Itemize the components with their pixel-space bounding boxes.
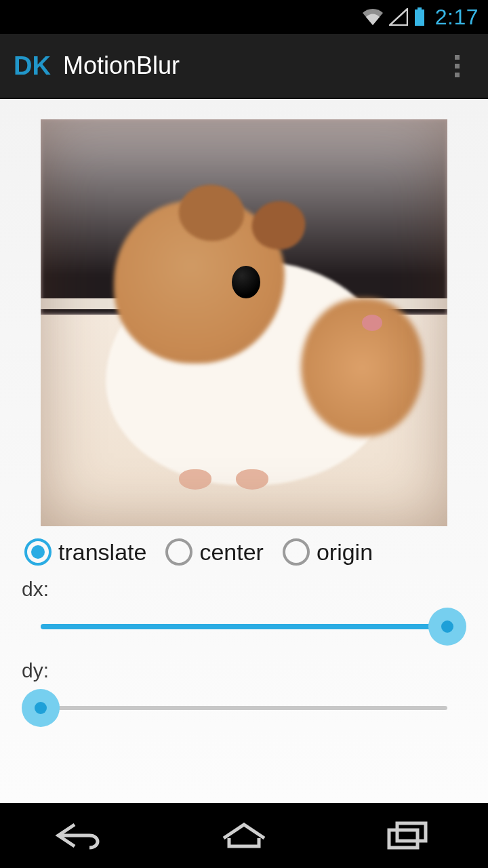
radio-translate[interactable] xyxy=(24,538,52,566)
slider-dy-block: dy: xyxy=(0,647,488,728)
recents-icon xyxy=(385,821,428,850)
svg-rect-3 xyxy=(397,823,426,841)
preview-subject xyxy=(236,469,268,490)
preview-container xyxy=(0,99,488,526)
radio-center-label[interactable]: center xyxy=(199,539,264,566)
app-logo: DK xyxy=(14,52,51,81)
status-bar: 2:17 xyxy=(0,0,488,34)
mode-radio-group: translate center origin xyxy=(0,526,488,566)
slider-track-fill xyxy=(41,624,447,629)
screen: 2:17 DK MotionBlur xyxy=(0,0,488,868)
overflow-dot-icon xyxy=(455,64,460,68)
slider-dx-block: dx: xyxy=(0,566,488,647)
radio-dot-icon xyxy=(172,545,186,559)
nav-back-button[interactable] xyxy=(41,815,122,856)
slider-track xyxy=(41,706,447,710)
preview-subject xyxy=(179,469,211,490)
overflow-menu-button[interactable] xyxy=(443,47,470,85)
preview-image xyxy=(41,119,447,526)
slider-thumb[interactable] xyxy=(428,608,466,646)
slider-dy-label: dy: xyxy=(22,659,466,682)
content-area: translate center origin dx: dy: xyxy=(0,99,488,803)
preview-subject xyxy=(232,266,260,298)
svg-rect-0 xyxy=(415,9,424,26)
radio-dot-icon xyxy=(289,545,303,559)
battery-icon xyxy=(413,7,426,26)
home-icon xyxy=(220,822,268,849)
slider-dx[interactable] xyxy=(22,606,466,647)
preview-subject xyxy=(301,298,423,437)
slider-dy[interactable] xyxy=(22,688,466,728)
preview-subject xyxy=(362,315,382,331)
app-title: MotionBlur xyxy=(63,52,180,80)
wifi-icon xyxy=(362,8,384,26)
slider-dx-label: dx: xyxy=(22,578,466,601)
cell-signal-icon xyxy=(389,8,408,26)
system-nav-bar xyxy=(0,803,488,868)
action-bar: DK MotionBlur xyxy=(0,34,488,99)
slider-thumb[interactable] xyxy=(22,689,60,727)
svg-rect-1 xyxy=(418,7,422,9)
back-icon xyxy=(52,821,111,850)
status-clock: 2:17 xyxy=(435,5,479,30)
radio-center[interactable] xyxy=(165,538,192,566)
nav-recents-button[interactable] xyxy=(366,815,447,856)
overflow-dot-icon xyxy=(455,73,460,77)
nav-home-button[interactable] xyxy=(203,815,285,856)
radio-origin[interactable] xyxy=(283,538,310,566)
radio-translate-label[interactable]: translate xyxy=(58,539,146,566)
svg-rect-2 xyxy=(389,830,418,848)
overflow-dot-icon xyxy=(455,55,460,60)
radio-dot-icon xyxy=(31,545,45,559)
radio-origin-label[interactable]: origin xyxy=(317,539,373,566)
